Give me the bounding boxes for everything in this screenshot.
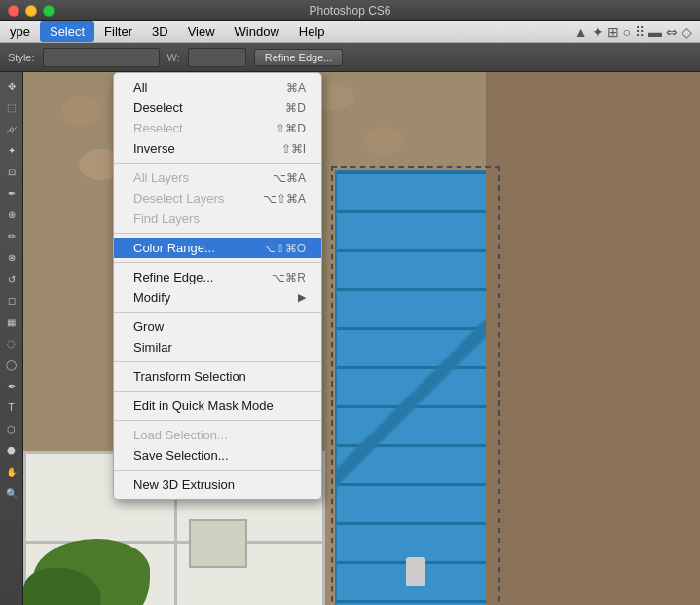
separator-8 <box>114 470 321 471</box>
menu-item-inverse-label: Inverse <box>133 141 175 156</box>
tool-dodge[interactable]: ◯ <box>2 355 21 374</box>
menu-3d[interactable]: 3D <box>142 21 178 42</box>
separator-1 <box>114 163 321 164</box>
refine-edge-button[interactable]: Refine Edge... <box>254 49 344 66</box>
tool-select[interactable]: ⬚ <box>2 97 21 117</box>
menu-item-edit-quick-mask-label: Edit in Quick Mask Mode <box>133 398 274 413</box>
menu-item-color-range-label: Color Range... <box>133 241 215 255</box>
menu-filter[interactable]: Filter <box>94 21 142 42</box>
menu-item-modify[interactable]: Modify ▶ <box>114 287 321 308</box>
tool-zoom[interactable]: 🔍 <box>2 483 21 503</box>
menu-item-deselect-label: Deselect <box>133 100 183 115</box>
menu-item-modify-label: Modify <box>133 290 170 305</box>
menu-item-load-selection-label: Load Selection... <box>133 428 228 442</box>
tool-gradient[interactable]: ▦ <box>2 312 21 331</box>
menu-select[interactable]: Select <box>40 21 94 42</box>
window-controls <box>8 5 55 17</box>
menu-item-deselect-shortcut: ⌘D <box>285 101 306 115</box>
tool-3d[interactable]: ⬣ <box>2 440 21 460</box>
menu-item-all-layers-label: All Layers <box>133 170 189 185</box>
menu-item-grow[interactable]: Grow <box>114 317 321 337</box>
tool-healing[interactable]: ⊕ <box>2 205 21 224</box>
menu-item-grow-label: Grow <box>133 320 164 334</box>
tool-magic-wand[interactable]: ✦ <box>2 140 21 160</box>
menu-window[interactable]: Window <box>225 21 289 42</box>
menu-item-inverse[interactable]: Inverse ⇧⌘I <box>114 138 321 159</box>
menu-item-new-3d-extrusion-label: New 3D Extrusion <box>133 477 235 492</box>
grid-icon: ⠿ <box>635 24 645 40</box>
menu-item-deselect[interactable]: Deselect ⌘D <box>114 97 321 118</box>
menu-item-refine-edge[interactable]: Refine Edge... ⌥⌘R <box>114 267 321 287</box>
menu-item-load-selection: Load Selection... <box>114 425 321 445</box>
close-button[interactable] <box>8 5 19 17</box>
main-area: ✥ ⬚ ⌭ ✦ ⊡ ✒ ⊕ ✏ ⊗ ↺ ◻ ▦ ◌ ◯ ✒ T ⬡ ⬣ ✋ 🔍 <box>0 72 700 605</box>
menu-item-reselect-label: Reselect <box>133 121 183 135</box>
menu-item-color-range-shortcut: ⌥⇧⌘O <box>262 242 306 255</box>
submenu-arrow-modify: ▶ <box>298 291 306 304</box>
monitor-icon: ▬ <box>648 24 662 40</box>
tool-eraser[interactable]: ◻ <box>2 290 21 310</box>
style-label: Style: <box>8 52 35 63</box>
separator-3 <box>114 262 321 263</box>
tool-crop[interactable]: ⊡ <box>2 162 21 181</box>
tool-lasso[interactable]: ⌭ <box>2 119 21 138</box>
shutter-brace <box>337 171 494 605</box>
menu-item-color-range[interactable]: Color Range... ⌥⇧⌘O <box>114 238 321 258</box>
menu-item-transform-selection-label: Transform Selection <box>133 369 246 384</box>
app-title: Photoshop CS6 <box>309 4 390 18</box>
menu-item-all-label: All <box>133 80 147 95</box>
diamond-icon: ◇ <box>682 24 692 40</box>
menu-item-refine-edge-label: Refine Edge... <box>133 270 213 284</box>
menu-item-reselect-shortcut: ⇧⌘D <box>276 122 306 135</box>
menu-item-deselect-layers: Deselect Layers ⌥⇧⌘A <box>114 188 321 208</box>
menu-view[interactable]: View <box>178 21 225 42</box>
tool-brush[interactable]: ✏ <box>2 226 21 246</box>
record-icon: ○ <box>623 24 631 40</box>
tool-hand[interactable]: ✋ <box>2 462 21 481</box>
select-dropdown-menu: All ⌘A Deselect ⌘D Reselect ⇧⌘D Inverse … <box>113 72 322 500</box>
menu-item-all-shortcut: ⌘A <box>286 81 306 95</box>
tool-eyedropper[interactable]: ✒ <box>2 183 21 203</box>
menu-item-find-layers-label: Find Layers <box>133 211 200 226</box>
minimize-button[interactable] <box>25 5 37 17</box>
menu-item-deselect-layers-label: Deselect Layers <box>133 191 224 206</box>
tool-pen[interactable]: ✒ <box>2 376 21 396</box>
tool-text[interactable]: T <box>2 397 21 417</box>
menu-help[interactable]: Help <box>289 21 335 42</box>
separator-5 <box>114 361 321 362</box>
sync-icon: ✦ <box>592 24 604 40</box>
separator-4 <box>114 312 321 313</box>
shutter-latch <box>406 557 425 586</box>
menu-item-all[interactable]: All ⌘A <box>114 77 321 97</box>
menu-item-transform-selection[interactable]: Transform Selection <box>114 366 321 387</box>
tool-move[interactable]: ✥ <box>2 76 21 95</box>
menu-item-all-layers: All Layers ⌥⌘A <box>114 168 321 188</box>
menu-item-reselect: Reselect ⇧⌘D <box>114 118 321 138</box>
app-container: Photoshop CS6 ype Select Filter 3D View … <box>0 0 700 605</box>
menu-item-refine-edge-shortcut: ⌥⌘R <box>272 271 306 284</box>
maximize-button[interactable] <box>43 5 55 17</box>
menu-item-save-selection-label: Save Selection... <box>133 448 229 463</box>
left-toolbar: ✥ ⬚ ⌭ ✦ ⊡ ✒ ⊕ ✏ ⊗ ↺ ◻ ▦ ◌ ◯ ✒ T ⬡ ⬣ ✋ 🔍 <box>0 72 23 605</box>
menu-item-similar-label: Similar <box>133 340 172 355</box>
tool-clone[interactable]: ⊗ <box>2 247 21 267</box>
width-label: W: <box>167 52 180 63</box>
cloud-icon: ▲ <box>574 24 588 40</box>
tool-history[interactable]: ↺ <box>2 269 21 288</box>
menu-type[interactable]: ype <box>0 21 40 42</box>
apps-icon: ⊞ <box>608 24 619 40</box>
menu-item-similar[interactable]: Similar <box>114 337 321 358</box>
menu-item-deselect-layers-shortcut: ⌥⇧⌘A <box>263 192 306 206</box>
menu-item-new-3d-extrusion[interactable]: New 3D Extrusion <box>114 474 321 495</box>
menubar: ype Select Filter 3D View Window Help ▲ … <box>0 21 700 43</box>
canvas-area: All ⌘A Deselect ⌘D Reselect ⇧⌘D Inverse … <box>23 72 700 605</box>
small-box <box>189 519 247 568</box>
blue-shutter <box>335 170 496 605</box>
title-bar: Photoshop CS6 <box>0 0 700 21</box>
tool-blur[interactable]: ◌ <box>2 333 21 353</box>
right-stone-area <box>486 72 700 605</box>
menu-item-inverse-shortcut: ⇧⌘I <box>281 142 306 156</box>
menu-item-edit-quick-mask[interactable]: Edit in Quick Mask Mode <box>114 396 321 416</box>
menu-item-save-selection[interactable]: Save Selection... <box>114 445 321 466</box>
tool-path[interactable]: ⬡ <box>2 419 21 438</box>
